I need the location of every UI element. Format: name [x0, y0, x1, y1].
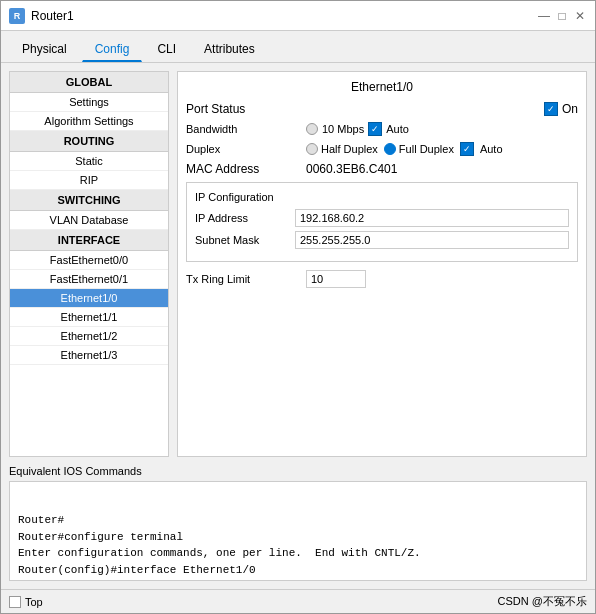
title-bar: R Router1 — □ ✕	[1, 1, 595, 31]
sidebar-item-settings[interactable]: Settings	[10, 93, 168, 112]
ip-config-box: IP Configuration IP Address Subnet Mask	[186, 182, 578, 262]
main-content: GLOBAL Settings Algorithm Settings ROUTI…	[1, 63, 595, 465]
duplex-label: Duplex	[186, 143, 306, 155]
bandwidth-speed: 10 Mbps	[322, 123, 364, 135]
right-panel: Ethernet1/0 Port Status ✓ On Bandwidth 1…	[177, 71, 587, 457]
tx-input[interactable]	[306, 270, 366, 288]
sidebar-item-algorithm-settings[interactable]: Algorithm Settings	[10, 112, 168, 131]
top-checkbox[interactable]	[9, 596, 21, 608]
sidebar-item-ethernet1-3[interactable]: Ethernet1/3	[10, 346, 168, 365]
tab-cli[interactable]: CLI	[144, 37, 189, 62]
minimize-button[interactable]: —	[537, 9, 551, 23]
port-status-label: Port Status	[186, 102, 306, 116]
port-status-right: ✓ On	[544, 102, 578, 116]
subnet-mask-label: Subnet Mask	[195, 234, 295, 246]
duplex-full-item: Full Duplex	[384, 143, 454, 155]
bandwidth-label: Bandwidth	[186, 123, 306, 135]
duplex-options: Half Duplex Full Duplex ✓ Auto	[306, 142, 503, 156]
bandwidth-radio[interactable]	[306, 123, 318, 135]
tx-row: Tx Ring Limit	[186, 270, 578, 288]
ios-label: Equivalent IOS Commands	[9, 465, 587, 477]
section-global: GLOBAL	[10, 72, 168, 93]
bandwidth-right: 10 Mbps ✓ Auto	[306, 122, 409, 136]
maximize-button[interactable]: □	[555, 9, 569, 23]
section-interface: INTERFACE	[10, 230, 168, 251]
mac-label: MAC Address	[186, 162, 306, 176]
bandwidth-auto-checkbox[interactable]: ✓	[368, 122, 382, 136]
tab-config[interactable]: Config	[82, 37, 143, 62]
mac-row: MAC Address 0060.3EB6.C401	[186, 162, 578, 176]
ip-address-input[interactable]	[295, 209, 569, 227]
router-window: R Router1 — □ ✕ Physical Config CLI Attr…	[0, 0, 596, 614]
watermark: CSDN @不冤不乐	[498, 594, 587, 609]
ip-address-label: IP Address	[195, 212, 295, 224]
section-switching: SWITCHING	[10, 190, 168, 211]
port-status-checkbox[interactable]: ✓	[544, 102, 558, 116]
sidebar-item-rip[interactable]: RIP	[10, 171, 168, 190]
sidebar-item-fastethernet0-1[interactable]: FastEthernet0/1	[10, 270, 168, 289]
tx-label: Tx Ring Limit	[186, 273, 306, 285]
tab-attributes[interactable]: Attributes	[191, 37, 268, 62]
sidebar-item-ethernet1-2[interactable]: Ethernet1/2	[10, 327, 168, 346]
bandwidth-auto-label: Auto	[386, 123, 409, 135]
footer: Top CSDN @不冤不乐	[1, 589, 595, 613]
sidebar-item-ethernet1-1[interactable]: Ethernet1/1	[10, 308, 168, 327]
duplex-auto-checkbox[interactable]: ✓	[460, 142, 474, 156]
mac-value: 0060.3EB6.C401	[306, 162, 397, 176]
port-status-value: On	[562, 102, 578, 116]
close-button[interactable]: ✕	[573, 9, 587, 23]
title-controls[interactable]: — □ ✕	[537, 9, 587, 23]
sidebar-item-static[interactable]: Static	[10, 152, 168, 171]
tab-physical[interactable]: Physical	[9, 37, 80, 62]
sidebar-item-ethernet1-0[interactable]: Ethernet1/0	[10, 289, 168, 308]
sidebar-item-vlan-database[interactable]: VLAN Database	[10, 211, 168, 230]
duplex-row: Duplex Half Duplex Full Duplex ✓ Auto	[186, 142, 578, 156]
footer-left: Top	[9, 596, 43, 608]
port-status-row: Port Status ✓ On	[186, 102, 578, 116]
config-title: Ethernet1/0	[186, 80, 578, 94]
router-icon: R	[9, 8, 25, 24]
duplex-auto-label: Auto	[480, 143, 503, 155]
top-label: Top	[25, 596, 43, 608]
title-bar-left: R Router1	[9, 8, 74, 24]
tab-bar: Physical Config CLI Attributes	[1, 31, 595, 63]
sidebar: GLOBAL Settings Algorithm Settings ROUTI…	[9, 71, 169, 457]
duplex-full-label: Full Duplex	[399, 143, 454, 155]
duplex-half-radio[interactable]	[306, 143, 318, 155]
window-title: Router1	[31, 9, 74, 23]
config-panel: Ethernet1/0 Port Status ✓ On Bandwidth 1…	[177, 71, 587, 457]
ip-config-title: IP Configuration	[195, 191, 569, 203]
bandwidth-row: Bandwidth 10 Mbps ✓ Auto	[186, 122, 578, 136]
ios-console-text: Router# Router#configure terminal Enter …	[18, 512, 578, 581]
ios-console[interactable]: Router# Router#configure terminal Enter …	[9, 481, 587, 581]
sidebar-item-fastethernet0-0[interactable]: FastEthernet0/0	[10, 251, 168, 270]
section-routing: ROUTING	[10, 131, 168, 152]
subnet-mask-row: Subnet Mask	[195, 231, 569, 249]
ip-address-row: IP Address	[195, 209, 569, 227]
duplex-half-item: Half Duplex	[306, 143, 378, 155]
duplex-full-radio[interactable]	[384, 143, 396, 155]
ios-section: Equivalent IOS Commands Router# Router#c…	[1, 465, 595, 589]
duplex-half-label: Half Duplex	[321, 143, 378, 155]
subnet-mask-input[interactable]	[295, 231, 569, 249]
